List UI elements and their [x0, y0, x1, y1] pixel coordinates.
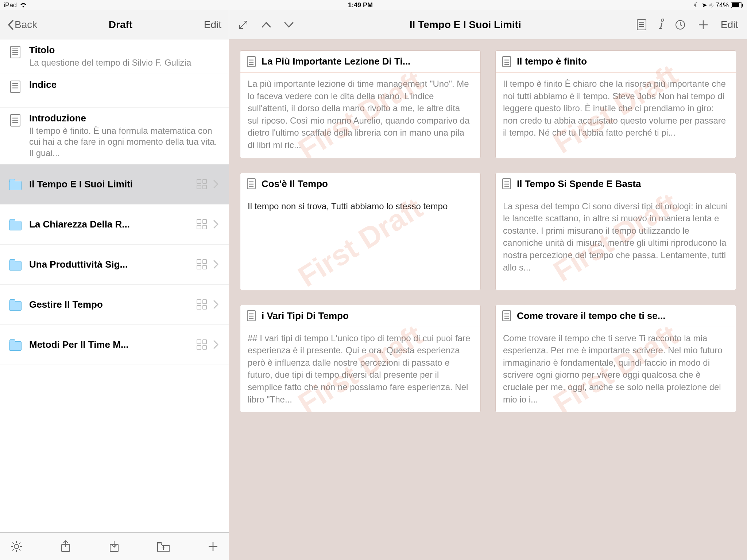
card-title: Come trovare il tempo che ti se... — [517, 310, 665, 322]
move-folder-icon[interactable] — [157, 541, 170, 552]
card-body-text: ## I vari tipi di tempo L'unico tipo di … — [248, 332, 473, 406]
svg-rect-2 — [742, 4, 743, 7]
card-title: Il Tempo Si Spende E Basta — [517, 178, 641, 190]
card-title: i Vari Tipi Di Tempo — [262, 310, 349, 322]
document-icon — [502, 310, 511, 321]
card-body-text: Il tempo è finito È chiaro che la risors… — [503, 78, 728, 139]
import-icon[interactable] — [109, 540, 120, 553]
binder-item-title: Introduzione — [29, 113, 221, 124]
prev-icon[interactable] — [261, 21, 271, 28]
binder-item-title: Il Tempo E I Suoi Limiti — [29, 179, 197, 190]
binder-item-title: Metodi Per Il Time M... — [29, 339, 197, 350]
index-card[interactable]: i Vari Tipi Di TempoFirst Draft## I vari… — [240, 305, 481, 413]
clock: 1:49 PM — [27, 1, 694, 9]
binder-doc-row[interactable]: Indice — [0, 74, 229, 108]
corkboard-grid-icon[interactable] — [197, 219, 207, 229]
index-card[interactable]: Cos'è Il TempoFirst DraftIl tempo non si… — [240, 173, 481, 290]
binder-item-synopsis: La questione del tempo di Silvio F. Guli… — [29, 57, 221, 69]
svg-line-10 — [19, 542, 20, 544]
document-icon — [247, 56, 256, 67]
index-card[interactable]: Il Tempo Si Spende E BastaFirst DraftLa … — [495, 173, 736, 290]
main-edit-button[interactable]: Edit — [721, 19, 738, 31]
binder-item-title: Una Produttività Sig... — [29, 259, 197, 270]
corkboard[interactable]: La Più Importante Lezione Di Ti...First … — [229, 39, 747, 560]
history-icon[interactable] — [675, 19, 686, 30]
binder-doc-row[interactable]: IntroduzioneIl tempo è finito. È una for… — [0, 108, 229, 164]
card-body-text: La spesa del tempo Ci sono diversi tipi … — [503, 200, 728, 274]
folder-icon — [9, 261, 22, 271]
status-bar: iPad 1:49 PM ☾ ➤ ⎋ 74% — [0, 0, 747, 10]
svg-line-20 — [240, 21, 247, 28]
corkboard-panel: Il Tempo E I Suoi Limiti i̊ Edit La Più … — [229, 10, 747, 560]
corkboard-grid-icon[interactable] — [197, 339, 207, 350]
binder-item-synopsis: Il tempo è finito. È una formula matemat… — [29, 125, 221, 159]
chevron-right-icon — [213, 180, 218, 188]
binder-item-title: La Chiarezza Della R... — [29, 219, 197, 230]
index-card[interactable]: La Più Importante Lezione Di Ti...First … — [240, 50, 481, 158]
card-synopsis[interactable]: First DraftLa più importante lezione di … — [240, 73, 480, 158]
back-label: Back — [15, 19, 37, 31]
binder-folder-row[interactable]: Una Produttività Sig... — [0, 245, 229, 285]
svg-rect-1 — [732, 3, 739, 7]
document-icon — [247, 178, 256, 189]
binder-doc-row[interactable]: TitoloLa questione del tempo di Silvio F… — [0, 39, 229, 74]
card-synopsis[interactable]: First DraftIl tempo non si trova, Tutti … — [240, 195, 480, 290]
folder-icon — [9, 301, 22, 311]
device-label: iPad — [4, 1, 17, 9]
binder-folder-row[interactable]: Il Tempo E I Suoi Limiti — [0, 164, 229, 205]
battery-percent: 74% — [716, 1, 729, 9]
binder-folder-row[interactable]: Metodi Per Il Time M... — [0, 325, 229, 365]
binder-folder-row[interactable]: La Chiarezza Della R... — [0, 205, 229, 245]
sidebar-bottom-toolbar — [0, 532, 229, 560]
chevron-right-icon — [213, 340, 218, 349]
settings-gear-icon[interactable] — [10, 540, 23, 553]
wifi-icon — [20, 3, 27, 8]
document-icon — [247, 310, 256, 321]
chevron-right-icon — [213, 260, 218, 269]
card-synopsis[interactable]: First DraftCome trovare il tempo che ti … — [496, 327, 736, 412]
index-card[interactable]: Come trovare il tempo che ti se...First … — [495, 305, 736, 413]
card-synopsis[interactable]: First Draft## I vari tipi di tempo L'uni… — [240, 327, 480, 412]
share-icon[interactable] — [60, 540, 71, 553]
card-body-text: Il tempo non si trova, Tutti abbiamo lo … — [248, 200, 473, 213]
back-button[interactable]: Back — [7, 19, 37, 31]
binder-list[interactable]: TitoloLa questione del tempo di Silvio F… — [0, 39, 229, 532]
card-title: La Più Importante Lezione Di Ti... — [262, 56, 410, 67]
sidebar-title: Draft — [109, 19, 132, 31]
outline-icon[interactable] — [637, 19, 646, 30]
document-icon — [10, 81, 20, 93]
main-toolbar: Il Tempo E I Suoi Limiti i̊ Edit — [229, 10, 747, 39]
location-icon: ➤ — [702, 1, 707, 9]
binder-sidebar: Back Draft Edit TitoloLa questione del t… — [0, 10, 229, 560]
folder-icon — [9, 221, 22, 230]
card-title: Il tempo è finito — [517, 56, 587, 67]
card-synopsis[interactable]: First DraftIl tempo è finito È chiaro ch… — [496, 73, 736, 145]
chevron-right-icon — [213, 300, 218, 309]
document-icon — [10, 46, 20, 58]
index-card[interactable]: Il tempo è finitoFirst DraftIl tempo è f… — [495, 50, 736, 158]
add-card-icon[interactable] — [698, 20, 708, 30]
next-icon[interactable] — [284, 21, 294, 28]
svg-line-8 — [12, 542, 14, 544]
card-title: Cos'è Il Tempo — [262, 178, 328, 190]
chevron-right-icon — [213, 220, 218, 229]
document-icon — [502, 178, 511, 189]
expand-icon[interactable] — [238, 19, 249, 30]
corkboard-grid-icon[interactable] — [197, 299, 207, 310]
document-title: Il Tempo E I Suoi Limiti — [306, 19, 624, 31]
corkboard-grid-icon[interactable] — [197, 259, 207, 269]
add-icon[interactable] — [208, 541, 218, 552]
binder-folder-row[interactable]: Gestire Il Tempo — [0, 285, 229, 325]
card-body-text: Come trovare il tempo che ti serve Ti ra… — [503, 332, 728, 406]
info-icon[interactable]: i̊ — [659, 18, 662, 32]
sidebar-edit-button[interactable]: Edit — [204, 19, 221, 31]
sidebar-toolbar: Back Draft Edit — [0, 10, 229, 39]
folder-icon — [9, 341, 22, 351]
battery-icon — [731, 2, 743, 8]
card-synopsis[interactable]: First DraftLa spesa del tempo Ci sono di… — [496, 195, 736, 280]
bluetooth-icon: ⎋ — [709, 1, 713, 9]
document-icon — [10, 114, 20, 127]
binder-item-title: Indice — [29, 79, 221, 90]
card-body-text: La più importante lezione di time manage… — [248, 78, 473, 151]
corkboard-grid-icon[interactable] — [197, 179, 207, 189]
